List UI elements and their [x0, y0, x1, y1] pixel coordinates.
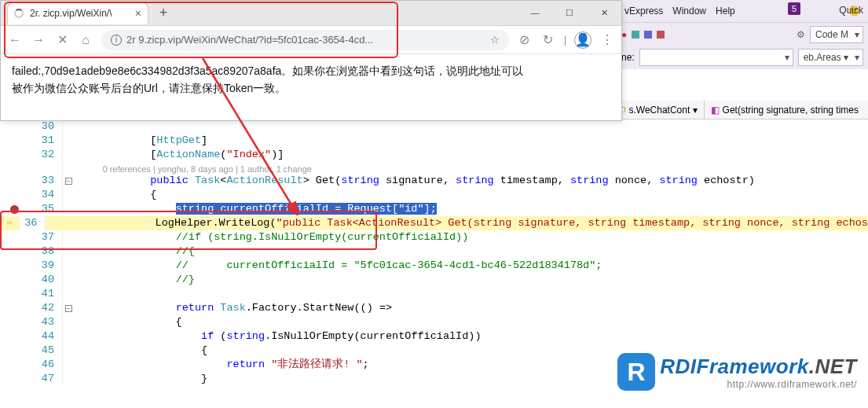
- record-icon[interactable]: ●: [621, 29, 627, 40]
- breakpoint-icon[interactable]: [10, 205, 19, 214]
- crumb-class[interactable]: 🏷s.WeChatCont ▾: [609, 101, 703, 119]
- extension-2-icon[interactable]: ↻: [540, 32, 556, 47]
- vs-toolbar: ● ⚙ Code M: [617, 22, 868, 46]
- code-line-41: [74, 287, 868, 301]
- code-lens[interactable]: 0 references | yonghu, 8 days ago | 1 au…: [74, 162, 868, 174]
- watermark-logo: R RDIFramework.NET http://www.rdiframewo…: [617, 353, 857, 391]
- vs-menubar: vExpress Window Help 🙂: [617, 0, 868, 22]
- code-line-39: // currentOfficialId = "5fc01cac-3654-4c…: [74, 259, 868, 273]
- profile-avatar-icon[interactable]: 👤: [574, 31, 591, 49]
- tab-close-icon[interactable]: ×: [135, 7, 141, 20]
- code-line-33: public Task<ActionResult> Get(string sig…: [74, 174, 868, 188]
- code-line-36: LogHelper.WriteLog("public Task<ActionRe…: [53, 216, 868, 230]
- settings-icon[interactable]: ⚙: [797, 29, 805, 40]
- config-combo[interactable]: [639, 49, 793, 66]
- watermark-tld: .NET: [809, 355, 857, 378]
- code-map-button[interactable]: Code M: [810, 26, 863, 43]
- watermark-url: http://www.rdiframework.net/: [660, 379, 857, 390]
- tb-square-1[interactable]: [632, 31, 639, 39]
- browser-window: 2r. zicp.vip/WeiXin/\ × + — ☐ ✕ ← → ✕ ⌂ …: [0, 0, 622, 121]
- combo-prefix: ne:: [621, 52, 635, 63]
- crumb-class-label: s.WeChatCont ▾: [628, 105, 697, 116]
- tb-square-3[interactable]: [657, 31, 665, 39]
- window-controls: — ☐ ✕: [518, 1, 621, 24]
- home-button[interactable]: ⌂: [78, 33, 93, 47]
- tb-square-2[interactable]: [644, 31, 652, 39]
- code-line-43: {: [74, 315, 868, 329]
- fold-toggle-icon[interactable]: −: [65, 178, 72, 185]
- back-button[interactable]: ←: [7, 33, 23, 47]
- extension-1-icon[interactable]: ⊘: [517, 32, 533, 47]
- menu-help[interactable]: Help: [716, 6, 735, 17]
- content-line-1: failed:,70d9e1adeb9e8e6c334982d3f3a5ac89…: [12, 64, 523, 77]
- code-line-40: //}: [74, 273, 868, 287]
- code-line-34: {: [74, 188, 868, 202]
- crumb-method[interactable]: ◧Get(string signature, string times: [704, 101, 865, 119]
- browser-tab[interactable]: 2r. zicp.vip/WeiXin/\ ×: [7, 2, 148, 24]
- areas-combo[interactable]: eb.Areas ▾: [798, 49, 863, 66]
- vs-toolbar2: ne: eb.Areas ▾: [617, 46, 868, 69]
- minimize-button[interactable]: —: [518, 1, 552, 24]
- watermark-brand: RDIFramework: [660, 355, 809, 378]
- browser-toolbar: ← → ✕ ⌂ i 2r 9.zicp.vip/WeiXin/WeChat/?i…: [1, 26, 621, 54]
- url-text: 2r 9.zicp.vip/WeiXin/WeChat/?id=5fc01cac…: [126, 34, 373, 46]
- loading-spinner-icon: [14, 9, 24, 18]
- maximize-button[interactable]: ☐: [552, 1, 587, 24]
- browser-menu-icon[interactable]: ⋮: [599, 32, 615, 47]
- menu-devexpress[interactable]: vExpress: [624, 6, 663, 17]
- close-button[interactable]: ✕: [587, 1, 621, 24]
- current-line-arrow-icon: ➪: [7, 216, 13, 230]
- watermark-r-icon: R: [617, 353, 655, 391]
- address-bar[interactable]: i 2r 9.zicp.vip/WeiXin/WeChat/?id=5fc01c…: [101, 30, 509, 50]
- code-line-37: //if (string.IsNullOrEmpty(currentOffici…: [74, 230, 868, 244]
- forward-button[interactable]: →: [31, 33, 46, 47]
- tab-title: 2r. zicp.vip/WeiXin/\: [30, 8, 112, 19]
- code-line-31: [HttpGet]: [74, 134, 868, 148]
- new-tab-button[interactable]: +: [153, 3, 174, 24]
- fold-toggle-icon[interactable]: −: [65, 305, 72, 312]
- notifications-badge[interactable]: 5: [788, 2, 800, 15]
- code-line-32: [ActionName("Index")]: [74, 148, 868, 162]
- content-line-2: 被作为微信公众账号后台的Url，请注意保持Token一致。: [12, 82, 286, 94]
- code-line-30: [74, 119, 868, 134]
- code-line-44: if (string.IsNullOrEmpty(currentOfficial…: [74, 329, 868, 344]
- menu-window[interactable]: Window: [672, 6, 706, 17]
- code-line-35: string currentOfficialId = Request["id"]…: [74, 202, 868, 216]
- browser-titlebar: 2r. zicp.vip/WeiXin/\ × + — ☐ ✕: [1, 1, 621, 26]
- bookmark-star-icon[interactable]: ☆: [490, 34, 500, 46]
- stop-reload-button[interactable]: ✕: [54, 32, 70, 47]
- code-line-38: //{: [74, 244, 868, 259]
- page-content: failed:,70d9e1adeb9e8e6c334982d3f3a5ac89…: [1, 54, 621, 105]
- code-line-42: return Task.Factory.StartNew(() =>: [74, 301, 868, 315]
- crumb-method-label: Get(string signature, string times: [723, 105, 859, 116]
- quick-launch[interactable]: Quick: [839, 5, 863, 16]
- site-info-icon[interactable]: i: [111, 35, 122, 46]
